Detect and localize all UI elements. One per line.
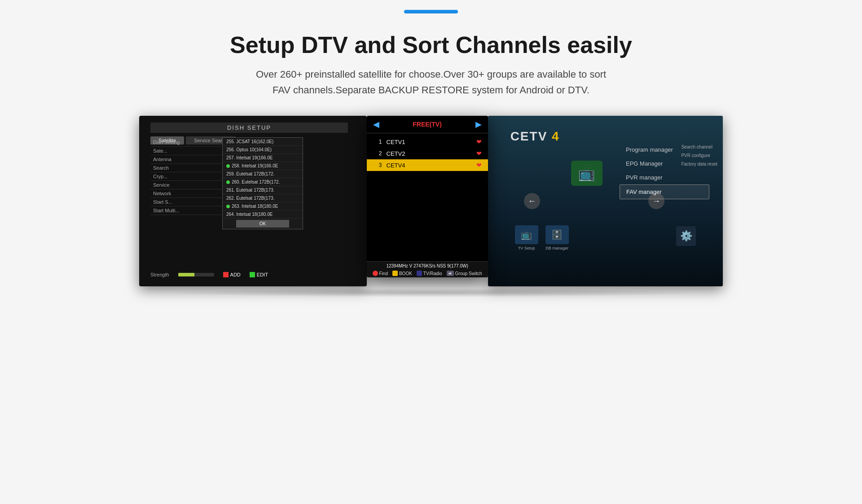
- freetv-next-arrow[interactable]: ▶: [475, 119, 482, 129]
- double-arrow-icon: ⇄: [447, 271, 454, 276]
- db-icon: 🗄️: [545, 225, 569, 244]
- channel-row[interactable]: 1 CETV1 ❤: [367, 136, 488, 148]
- freetv-list: 1 CETV1 ❤ 2 CETV2 ❤ 3 CETV4 ❤: [367, 133, 488, 174]
- tvradio-label: TV/Radio: [423, 271, 442, 276]
- freetv-controls: Find BOOK TV/Radio ⇄ Group Switch: [367, 269, 488, 277]
- channel-row[interactable]: 2 CETV2 ❤: [367, 148, 488, 159]
- red-button-icon: [223, 272, 229, 277]
- heart-icon: ❤: [476, 162, 482, 169]
- cetv4-logo: CETV 4: [510, 129, 560, 144]
- sat-item[interactable]: 258. Intelsat 19(166.0E: [223, 162, 303, 170]
- menu-item-fav[interactable]: FAV manager: [620, 184, 709, 199]
- menu-item-pvr[interactable]: PVR manager: [620, 171, 709, 184]
- channel-name: CETV2: [387, 150, 472, 157]
- tv-icon: 📺: [515, 225, 538, 244]
- channel-name: CETV1: [387, 139, 472, 145]
- db-manager-label: DB manager: [545, 246, 568, 250]
- main-title: Setup DTV and Sort Channels easily: [230, 31, 632, 58]
- freetv-prev-arrow[interactable]: ◀: [373, 119, 379, 129]
- program-submenu: Search channel PVR configure Factory dat…: [678, 143, 720, 168]
- strength-bar: [178, 273, 214, 276]
- setting-row: Service: [150, 181, 222, 189]
- channel-num: 2: [373, 150, 382, 157]
- freetv-header: ◀ FREE(TV) ▶: [367, 116, 488, 133]
- check-icon: [226, 180, 230, 184]
- channel-row-selected[interactable]: 3 CETV4 ❤: [367, 159, 488, 171]
- check-icon: [226, 205, 230, 208]
- ok-button[interactable]: OK: [236, 220, 289, 228]
- subtitle-line1: Over 260+ preinstalled satellite for cho…: [256, 69, 606, 80]
- screenshot-shadow: [162, 288, 700, 297]
- tv-setup-icon-group: 📺 TV Setup: [515, 225, 538, 250]
- main-tv-icon-group: 📺: [571, 161, 603, 186]
- submenu-pvr[interactable]: PVR configure: [678, 151, 720, 160]
- strength-fill: [178, 273, 194, 276]
- sat-item[interactable]: 263. Intelsat 18(180.0E: [223, 202, 303, 210]
- ctrl-find: Find: [373, 271, 388, 276]
- sat-item[interactable]: 256. Optus 10(164.0E): [223, 146, 303, 154]
- dish-setup-screen: DISH SETUP Satellite Service Search Dish…: [139, 116, 367, 286]
- main-tv-icon: 📺: [571, 161, 603, 186]
- top-accent-bar: [404, 10, 458, 13]
- setting-row: Network: [150, 189, 222, 198]
- channel-num: 1: [373, 139, 382, 145]
- sat-item[interactable]: 255. JCSAT 16(162.0E): [223, 138, 303, 146]
- program-screen: CETV 4 ← → 📺 TV Setup 🗄️ DB manager 📺: [488, 116, 723, 286]
- dish-header: DISH SETUP: [150, 123, 348, 133]
- setting-row: Start Multi...: [150, 206, 222, 215]
- setting-row: Cryp...: [150, 172, 222, 181]
- heart-icon: ❤: [476, 150, 482, 157]
- sat-item[interactable]: 259. Eutelsat 172B(172.: [223, 170, 303, 178]
- bottom-icons-row: 📺 TV Setup 🗄️ DB manager: [515, 225, 569, 250]
- sat-item[interactable]: 260. Eutelsat 172B(172.: [223, 178, 303, 186]
- blue-rev-btn-icon: [417, 271, 422, 276]
- book-label: BOOK: [399, 271, 412, 276]
- sat-item[interactable]: 261. Eutelsat 172B(173.: [223, 186, 303, 194]
- screenshots-row: DISH SETUP Satellite Service Search Dish…: [139, 116, 723, 286]
- channel-num: 3: [373, 162, 382, 168]
- add-button[interactable]: ADD: [223, 272, 241, 277]
- add-label: ADD: [230, 272, 241, 277]
- edit-label: EDIT: [257, 272, 268, 277]
- db-manager-icon-group: 🗄️ DB manager: [545, 225, 569, 250]
- tv-setup-label: TV Setup: [518, 246, 535, 250]
- find-label: Find: [379, 271, 388, 276]
- channel-name: CETV4: [387, 162, 472, 169]
- subtitle-line2: FAV channels.Separate BACKUP RESTORE sys…: [273, 84, 589, 96]
- submenu-search[interactable]: Search channel: [678, 143, 720, 151]
- group-label: Group Switch: [455, 271, 482, 276]
- red-btn-icon: [373, 271, 378, 276]
- freetv-frequency: 12394MHz V 27476KS/s NSS 9(177.0W): [367, 262, 488, 269]
- freetv-title: FREE(TV): [413, 121, 442, 128]
- edit-button[interactable]: EDIT: [250, 272, 268, 277]
- green-button-icon: [250, 272, 255, 277]
- setting-row: Antenna: [150, 155, 222, 164]
- freetv-screen: ◀ FREE(TV) ▶ 1 CETV1 ❤ 2 CETV2 ❤ 3 CETV4: [367, 116, 488, 277]
- cetv4-num: 4: [552, 129, 560, 143]
- submenu-factory[interactable]: Factory data reset: [678, 160, 720, 168]
- heart-icon: ❤: [476, 138, 482, 145]
- page-wrapper: Setup DTV and Sort Channels easily Over …: [0, 0, 862, 297]
- satellite-dropdown[interactable]: 255. JCSAT 16(162.0E) 256. Optus 10(164.…: [222, 137, 303, 229]
- freetv-footer: 12394MHz V 27476KS/s NSS 9(177.0W) Find …: [367, 261, 488, 277]
- ctrl-tvradio: TV/Radio: [417, 271, 442, 276]
- dish-bottom-bar: Strength ADD EDIT: [150, 272, 268, 277]
- nav-arrow-left[interactable]: ←: [524, 193, 540, 209]
- subtitle: Over 260+ preinstalled satellite for cho…: [256, 66, 606, 98]
- sat-item[interactable]: 264. Intelsat 18(180.0E: [223, 210, 303, 219]
- setting-row: Search: [150, 164, 222, 172]
- gear-icon: ⚙️: [676, 226, 696, 246]
- ctrl-book: BOOK: [392, 271, 412, 276]
- sat-item[interactable]: 262. Eutelsat 172B(173.: [223, 194, 303, 202]
- setting-row: Sate...: [150, 147, 222, 155]
- ctrl-group: ⇄ Group Switch: [447, 271, 482, 276]
- dish-settings-panel: Dish Setting Sate... Antenna Search Cryp…: [150, 138, 222, 215]
- check-icon: [226, 164, 230, 168]
- yellow-btn-icon: [392, 271, 398, 276]
- setting-row: Start S...: [150, 198, 222, 206]
- sat-item[interactable]: 257. Intelsat 19(166.0E: [223, 154, 303, 162]
- setting-row: Dish Setting: [150, 138, 222, 147]
- strength-label: Strength: [150, 272, 169, 277]
